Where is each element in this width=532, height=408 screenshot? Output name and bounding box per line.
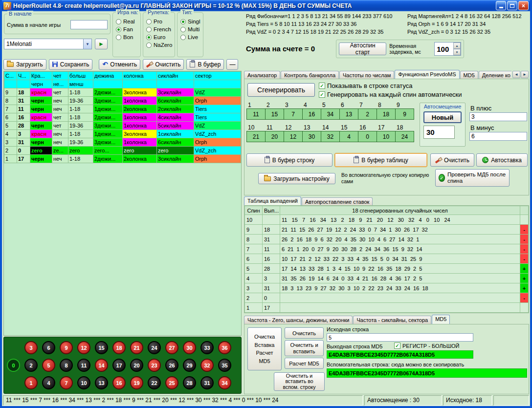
table-cell[interactable]: 2дюжи... xyxy=(93,155,123,163)
table-cell[interactable]: VdZ_zch xyxy=(194,130,241,138)
tab-scroll-right[interactable]: ► xyxy=(521,71,529,78)
table-row[interactable]: 20zeroze...zerozero...zerozeroVdZ_zch xyxy=(4,147,241,155)
buffer-row-button[interactable]: В буфер строку xyxy=(246,153,332,167)
board-number-27[interactable]: 27 xyxy=(165,341,178,354)
table-cell[interactable]: чет xyxy=(52,122,68,130)
spinner-up-icon[interactable]: ▲ xyxy=(453,43,461,49)
table-cell[interactable]: 9 xyxy=(4,88,17,97)
board-number-36[interactable]: 36 xyxy=(218,341,231,354)
md5-clear-paste-button[interactable]: Очистить и вставить xyxy=(285,340,324,356)
table-cell[interactable]: 1сиклайн xyxy=(157,130,194,138)
board-number-12[interactable]: 12 xyxy=(77,341,90,354)
source-string-input[interactable] xyxy=(327,333,473,342)
table-cell[interactable]: 28 xyxy=(17,122,30,130)
table-cell[interactable]: черн xyxy=(30,105,52,113)
roulette-option-pro[interactable]: Pro xyxy=(146,19,175,24)
load-button[interactable]: Загрузить xyxy=(3,59,46,70)
board-number-18[interactable]: 18 xyxy=(112,341,126,354)
board-number-33[interactable]: 33 xyxy=(200,341,214,354)
board-number-22[interactable]: 22 xyxy=(148,376,161,389)
table-cell[interactable]: красн xyxy=(30,88,52,97)
table-cell[interactable]: 1колонка xyxy=(123,113,157,122)
table-cell[interactable]: 3дюжи... xyxy=(93,97,123,105)
table-cell[interactable]: Orph xyxy=(194,155,241,163)
table-cell[interactable]: 11 xyxy=(17,105,30,113)
delay-spinner[interactable]: 100 ▲ ▼ xyxy=(434,42,461,56)
table-cell[interactable]: неч xyxy=(52,105,68,113)
buffer-table-button[interactable]: В буфер таблицу xyxy=(334,153,427,167)
minus-input[interactable] xyxy=(469,132,527,141)
table-cell[interactable]: 0 xyxy=(17,147,30,155)
table-cell[interactable]: черн xyxy=(30,122,52,130)
table-cell[interactable]: 1-18 xyxy=(68,113,93,122)
table-cell[interactable]: zero xyxy=(157,147,194,155)
table-cell[interactable]: zero xyxy=(30,147,52,155)
board-number-29[interactable]: 29 xyxy=(183,359,196,372)
table-cell[interactable]: 1колонка xyxy=(123,97,157,105)
table-cell[interactable]: 31 xyxy=(17,138,30,147)
freq-tab-1[interactable]: Частота - Zero, шансы, дюжины, колонки xyxy=(244,316,353,324)
table-cell[interactable]: 3колонка xyxy=(123,88,157,97)
table-cell[interactable]: 8 xyxy=(4,97,17,105)
collapse-button[interactable]: — xyxy=(226,59,238,70)
table-cell[interactable]: zero xyxy=(123,147,157,155)
close-button[interactable]: × xyxy=(518,1,529,10)
save-button[interactable]: Сохранить xyxy=(49,59,93,70)
new-button[interactable]: Новый xyxy=(423,111,462,123)
table-row[interactable]: 616краснчет1-182дюжи...1колонка4сиклайнT… xyxy=(4,113,241,122)
autospin-start-button[interactable]: Автоспин старт xyxy=(339,43,386,55)
table-cell[interactable]: 3 xyxy=(17,130,30,138)
freq-tab-2[interactable]: Частота - сиклайны, сектора xyxy=(353,316,431,324)
table-cell[interactable]: 6 xyxy=(4,113,17,122)
table-cell[interactable]: 4сиклайн xyxy=(157,113,194,122)
table-cell[interactable]: 1дюжи... xyxy=(93,130,123,138)
autobet-button[interactable]: Автоставка xyxy=(476,153,528,167)
table-row[interactable]: 117черннеч1-182дюжи...2колонка3сиклайнOr… xyxy=(4,155,241,163)
board-number-9[interactable]: 9 xyxy=(60,341,73,354)
check-md5-button[interactable]: ✓Проверить МД5 после спина xyxy=(435,169,510,187)
board-number-35[interactable]: 35 xyxy=(218,359,231,372)
board-number-11[interactable]: 11 xyxy=(77,359,90,372)
board-number-13[interactable]: 13 xyxy=(95,376,108,389)
table-cell[interactable]: 3дюжи... xyxy=(93,138,123,147)
table-cell[interactable]: 19-36 xyxy=(68,122,93,130)
table-cell[interactable]: 2дюжи... xyxy=(93,113,123,122)
table-cell[interactable]: 3 xyxy=(4,138,17,147)
table-cell[interactable]: 2колонка xyxy=(123,105,157,113)
board-number-32[interactable]: 32 xyxy=(200,359,214,372)
table-cell[interactable]: 1дюжи... xyxy=(93,105,123,113)
undo-button[interactable]: ↶Отменить xyxy=(99,59,140,70)
register-checkbox[interactable]: ✓ РЕГИСТР - БОЛЬШОЙ xyxy=(394,343,459,349)
table-cell[interactable]: VdZ xyxy=(194,122,241,130)
table-cell[interactable]: 3колонка xyxy=(123,130,157,138)
board-number-30[interactable]: 30 xyxy=(183,341,196,354)
board-number-25[interactable]: 25 xyxy=(165,376,178,389)
table-cell[interactable]: черн xyxy=(30,155,52,163)
table-cell[interactable]: zero xyxy=(68,147,93,155)
table-row[interactable]: 918краснчет1-182дюжи...3колонка3сиклайнV… xyxy=(4,88,241,97)
spins-tab-1[interactable]: Таблица выпадений xyxy=(244,196,301,206)
generate-each-spin-checkbox[interactable]: ✓ Генерировать на каждый спин автоматиче… xyxy=(319,91,462,98)
board-number-28[interactable]: 28 xyxy=(183,376,196,389)
roulette-option-euro[interactable]: Euro xyxy=(146,34,175,40)
table-cell[interactable]: красн xyxy=(30,130,52,138)
type-option-singl[interactable]: Singl xyxy=(180,19,203,24)
table-cell[interactable]: VdZ_zch xyxy=(194,147,241,155)
table-cell[interactable]: 3сиклайн xyxy=(157,155,194,163)
table-cell[interactable]: 31 xyxy=(17,97,30,105)
main-tab-4[interactable]: Функционал PsevdoMS xyxy=(395,70,459,80)
board-number-21[interactable]: 21 xyxy=(130,341,143,354)
table-cell[interactable]: 1-18 xyxy=(68,130,93,138)
board-number-2[interactable]: 2 xyxy=(24,359,38,372)
board-number-5[interactable]: 5 xyxy=(42,359,55,372)
table-cell[interactable]: черн xyxy=(30,97,52,105)
table-cell[interactable]: чет xyxy=(52,113,68,122)
title-bar[interactable]: 7i HelperRoullet 4.8- create helperroull… xyxy=(2,0,530,11)
md5-clear-button[interactable]: Очистить xyxy=(285,327,324,339)
table-cell[interactable]: 3сиклайн xyxy=(157,88,194,97)
md5-calc-button[interactable]: Расчет MD5 xyxy=(285,358,324,369)
play-button[interactable]: ► xyxy=(95,39,108,49)
game-option-real[interactable]: Real xyxy=(116,19,140,24)
table-row[interactable]: 831черннеч19-363дюжи...1колонка6сиклайнO… xyxy=(4,97,241,105)
table-cell[interactable]: 3дюжи... xyxy=(93,122,123,130)
